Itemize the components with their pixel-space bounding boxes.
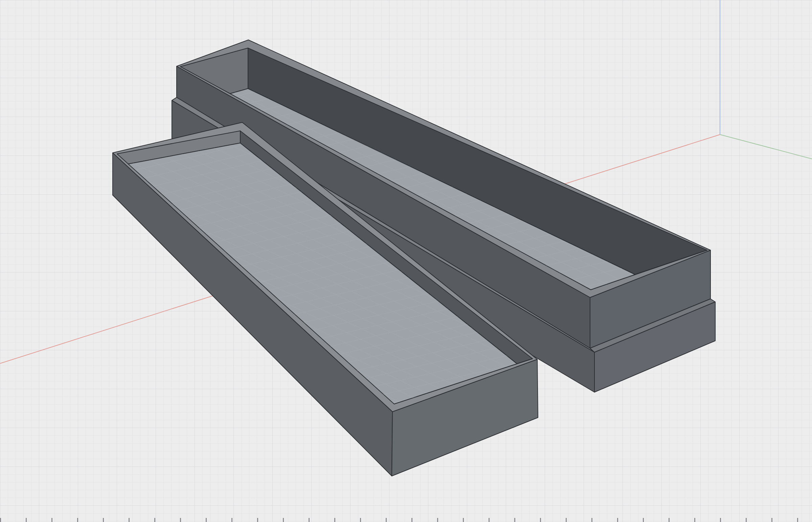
model-bodies [113,40,715,476]
cad-viewport[interactable] [0,0,812,522]
scene-canvas [0,0,812,522]
bottom-tick-marks [0,518,812,522]
y-axis [720,135,812,159]
